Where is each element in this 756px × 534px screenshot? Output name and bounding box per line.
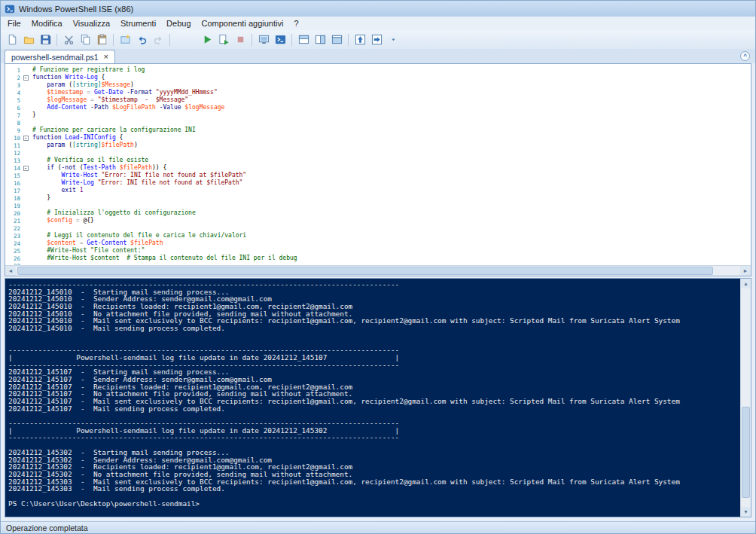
line-number-16: 16 [5,179,31,187]
code-line-9[interactable]: # Funzione per caricare la configurazion… [32,127,751,134]
code-line-26[interactable]: #Write-Host $content # Stampa il contenu… [32,255,751,262]
show-script-pane-top-icon[interactable] [295,32,312,47]
menu-item-debug[interactable]: Debug [161,17,196,29]
line-number-5: 5 [5,96,31,104]
code-line-5[interactable]: $logMessage = "$timestamp - $Message" [32,96,751,104]
app-icon [5,4,15,14]
code-line-22[interactable] [32,224,751,232]
code-line-17[interactable]: exit 1 [32,187,751,194]
line-number-19: 19 [5,202,31,209]
cut-icon[interactable] [60,32,77,47]
code-line-8[interactable] [32,119,751,127]
line-number-14: 14- [5,164,31,172]
show-command-window-icon[interactable] [368,32,385,47]
hscroll-track[interactable] [16,266,740,276]
code-line-12[interactable] [32,149,751,157]
line-number-9: 9 [5,127,31,134]
scroll-left-icon[interactable]: ◄ [5,266,16,276]
line-number-7: 7 [5,111,31,119]
line-number-23: 23 [5,232,31,240]
line-number-1: 1 [5,66,31,74]
undo-icon[interactable] [133,32,150,47]
tab-close-icon[interactable]: × [104,53,108,61]
code-line-3[interactable]: param ([string]$Message) [32,81,751,89]
powershell-ise-window: Windows PowerShell ISE (x86) FileModific… [0,0,756,534]
window-title: Windows PowerShell ISE (x86) [19,5,133,14]
script-editor-pane[interactable]: 12-345678910-11121314-151617181920212223… [5,63,751,276]
stop-operation-icon[interactable] [232,32,248,47]
show-script-pane-maximized-icon[interactable] [328,32,345,47]
menu-item-strumenti[interactable]: Strumenti [115,17,161,29]
toolbar-separator [113,34,114,46]
vscroll-track[interactable] [741,288,751,507]
code-line-6[interactable]: Add-Content -Path $LogFilePath -Value $l… [32,104,751,111]
fold-collapse-icon[interactable]: - [23,75,29,81]
console-line: ----------------------------------------… [8,434,740,441]
code-line-15[interactable]: Write-Host "Error: INI file not found at… [32,172,751,179]
save-script-icon[interactable] [37,32,53,47]
line-number-3: 3 [5,81,31,89]
redo-icon[interactable] [150,32,166,47]
toolbar-spacer [173,39,199,40]
code-line-18[interactable]: } [32,194,751,202]
code-line-10[interactable]: function Load-INIConfig { [32,134,751,142]
code-line-14[interactable]: if (-not (Test-Path $filePath)) { [32,164,751,172]
console-line: 20241212_145303 - Mail sending process c… [8,485,740,493]
run-script-icon[interactable] [199,32,215,47]
code-line-20[interactable]: # Inizializza l'oggetto di configurazion… [32,209,751,217]
code-line-19[interactable] [32,202,751,209]
line-number-17: 17 [5,187,31,194]
toolbar-overflow-icon[interactable] [385,32,401,47]
new-remote-powershell-tab-icon[interactable] [255,32,272,47]
line-number-15: 15 [5,172,31,179]
menu-item-help[interactable]: ? [288,17,303,29]
fold-collapse-icon[interactable]: - [23,166,29,171]
status-bar: Operazione completata [1,521,755,533]
console-prompt[interactable]: PS C:\Users\User\Desktop\powershell-send… [8,500,740,508]
line-number-2: 2- [5,74,31,81]
menu-item-modifica[interactable]: Modifica [26,17,68,29]
editor-code[interactable]: # Funzione per registrare i logfunction … [31,64,751,266]
code-line-23[interactable]: # Leggi il contenuto del file e carica l… [32,232,751,240]
code-line-7[interactable]: } [32,111,751,119]
show-script-pane-right-icon[interactable] [312,32,328,47]
code-line-21[interactable]: $config = @{} [32,217,751,224]
fold-collapse-icon[interactable]: - [23,136,29,141]
code-line-11[interactable]: param ([string]$filePath) [32,142,751,149]
run-selection-icon[interactable] [215,32,232,47]
line-number-13: 13 [5,157,31,164]
new-powershell-tab-icon[interactable] [352,32,368,47]
code-line-25[interactable]: #Write-Host "File content:" [32,247,751,255]
code-line-4[interactable]: $timestamp = Get-Date -Format "yyyyMMdd_… [32,89,751,96]
menu-item-visualizza[interactable]: Visualizza [68,17,115,29]
clear-console-pane-icon[interactable] [117,32,133,47]
open-script-icon[interactable] [20,32,37,47]
hscroll-thumb[interactable] [17,267,713,275]
collapse-script-pane-button[interactable]: ^ [740,51,750,61]
line-number-20: 20 [5,209,31,217]
tab-powershell-sendmail[interactable]: powershell-sendmail.ps1 × [5,50,115,63]
editor-body: 12-345678910-11121314-151617181920212223… [5,64,751,266]
menu-item-file[interactable]: File [2,17,26,29]
menu-bar: FileModificaVisualizzaStrumentiDebugComp… [1,17,755,31]
vscroll-thumb[interactable] [742,407,750,499]
scroll-right-icon[interactable]: ► [740,266,751,276]
start-powershell-exe-icon[interactable] [272,32,288,47]
code-line-1[interactable]: # Funzione per registrare i log [32,66,751,74]
code-line-16[interactable]: Write-Log "Error: INI file not found at … [32,179,751,187]
code-line-2[interactable]: function Write-Log { [32,74,751,81]
code-line-13[interactable]: # Verifica se il file esiste [32,157,751,164]
scroll-down-icon[interactable]: ▼ [741,507,751,517]
line-number-12: 12 [5,149,31,157]
scroll-up-icon[interactable]: ▲ [741,279,751,288]
console-vertical-scrollbar[interactable]: ▲ ▼ [740,279,751,517]
code-line-24[interactable]: $content = Get-Content $filePath [32,240,751,247]
line-number-18: 18 [5,194,31,202]
tab-bar: powershell-sendmail.ps1 × ^ [1,49,755,63]
paste-icon[interactable] [93,32,110,47]
editor-horizontal-scrollbar[interactable]: ◄ ► [5,265,751,276]
menu-item-componenti-aggiuntivi[interactable]: Componenti aggiuntivi [197,17,289,29]
console-pane[interactable]: ----------------------------------------… [5,278,751,517]
copy-icon[interactable] [77,32,93,47]
new-script-icon[interactable] [4,32,20,47]
